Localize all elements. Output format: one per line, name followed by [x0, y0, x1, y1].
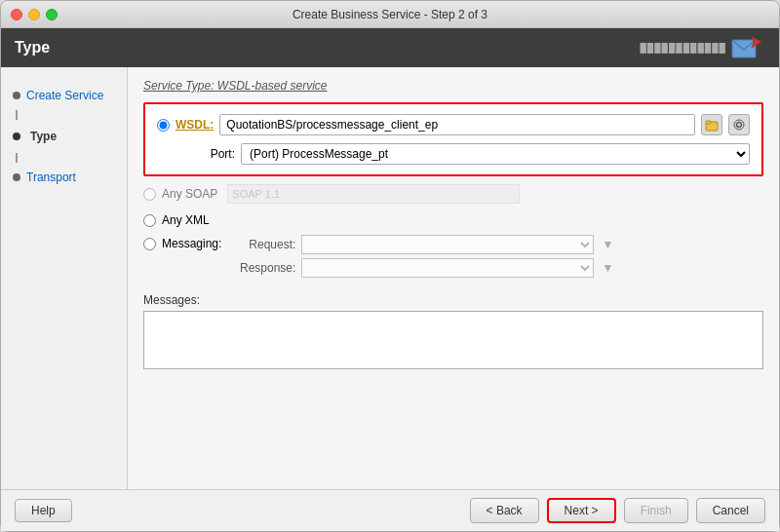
- gear-icon: [732, 118, 746, 132]
- any-soap-row: Any SOAP: [143, 184, 763, 204]
- messaging-row: Messaging: Request: ▼ Response:: [143, 235, 763, 278]
- footer: Help < Back Next > Finish Cancel: [1, 489, 779, 531]
- wsdl-browse-icon[interactable]: [701, 114, 722, 135]
- any-xml-label: Any XML: [162, 213, 210, 227]
- main-window: Create Business Service - Step 2 of 3 Ty…: [0, 0, 780, 532]
- sidebar-link-create-service[interactable]: Create Service: [26, 89, 103, 102]
- messaging-radio[interactable]: [143, 238, 156, 250]
- window-title: Create Business Service - Step 2 of 3: [292, 8, 488, 21]
- traffic-lights: [11, 9, 58, 20]
- response-label: Response:: [237, 261, 295, 275]
- messages-section: Messages:: [143, 293, 763, 477]
- sidebar-item-create-service[interactable]: Create Service: [9, 87, 119, 104]
- maximize-button[interactable]: [46, 9, 58, 20]
- sidebar-item-transport[interactable]: Transport: [9, 169, 119, 186]
- wsdl-row: WSDL:: [157, 114, 750, 135]
- messaging-sub-fields: Request: ▼ Response: ▼: [237, 235, 613, 278]
- response-select: [301, 258, 594, 278]
- response-row: Response: ▼: [237, 258, 613, 278]
- sidebar-item-type: Type: [9, 126, 119, 147]
- sidebar-link-transport[interactable]: Transport: [26, 171, 76, 184]
- request-row: Request: ▼: [237, 235, 613, 254]
- folder-icon: [705, 118, 719, 132]
- sidebar: Create Service Type Transport: [1, 67, 128, 489]
- sidebar-connector-1: [16, 110, 18, 120]
- messages-textarea[interactable]: [143, 311, 763, 369]
- header-icon-area: ████████████: [640, 34, 765, 61]
- help-button[interactable]: Help: [15, 499, 72, 522]
- wsdl-settings-icon[interactable]: [728, 114, 750, 135]
- port-select[interactable]: (Port) ProcessMessage_pt: [241, 143, 750, 165]
- back-button[interactable]: < Back: [470, 498, 539, 523]
- cancel-button[interactable]: Cancel: [696, 498, 765, 523]
- any-soap-input: [227, 184, 520, 204]
- sidebar-label-type: Type: [26, 128, 60, 145]
- port-label: Port:: [157, 147, 235, 161]
- section-header: Type ████████████: [1, 28, 779, 67]
- finish-button: Finish: [624, 498, 688, 523]
- minimize-button[interactable]: [28, 9, 40, 20]
- request-dropdown-arrow: ▼: [602, 238, 613, 251]
- response-dropdown-arrow: ▼: [602, 261, 613, 275]
- sidebar-dot-active: [13, 133, 20, 140]
- wsdl-radio[interactable]: [157, 119, 170, 132]
- header-decoration: ████████████: [640, 43, 726, 53]
- request-label: Request:: [237, 238, 295, 251]
- close-button[interactable]: [11, 9, 22, 20]
- footer-right: < Back Next > Finish Cancel: [470, 498, 765, 523]
- section-header-label: Type: [15, 39, 50, 57]
- footer-left: Help: [15, 499, 72, 522]
- wsdl-label: WSDL:: [176, 118, 214, 132]
- sidebar-dot: [13, 92, 20, 99]
- request-select: [301, 235, 594, 254]
- messaging-label: Messaging:: [162, 237, 221, 250]
- messages-label: Messages:: [143, 293, 763, 307]
- svg-point-5: [734, 120, 744, 130]
- content-area: Service Type: WSDL-based service WSDL:: [128, 67, 779, 489]
- sidebar-connector-2: [16, 153, 18, 163]
- service-type-label: Service Type: WSDL-based service: [143, 79, 763, 93]
- any-xml-row: Any XML: [143, 213, 763, 227]
- any-soap-label: Any SOAP: [162, 187, 217, 201]
- mail-icon: [730, 34, 765, 61]
- port-row: Port: (Port) ProcessMessage_pt: [157, 143, 750, 165]
- sidebar-dot-transport: [13, 173, 20, 181]
- window-body: Type ████████████ Create Service: [1, 28, 779, 531]
- any-xml-radio[interactable]: [143, 214, 156, 227]
- wsdl-options-panel: WSDL:: [143, 102, 763, 176]
- main-content: Create Service Type Transport Service Ty…: [1, 67, 779, 489]
- any-soap-radio[interactable]: [143, 188, 156, 201]
- title-bar: Create Business Service - Step 2 of 3: [1, 1, 779, 28]
- next-button[interactable]: Next >: [547, 498, 616, 523]
- wsdl-input[interactable]: [219, 114, 695, 135]
- svg-rect-3: [706, 121, 711, 124]
- svg-point-4: [737, 123, 742, 128]
